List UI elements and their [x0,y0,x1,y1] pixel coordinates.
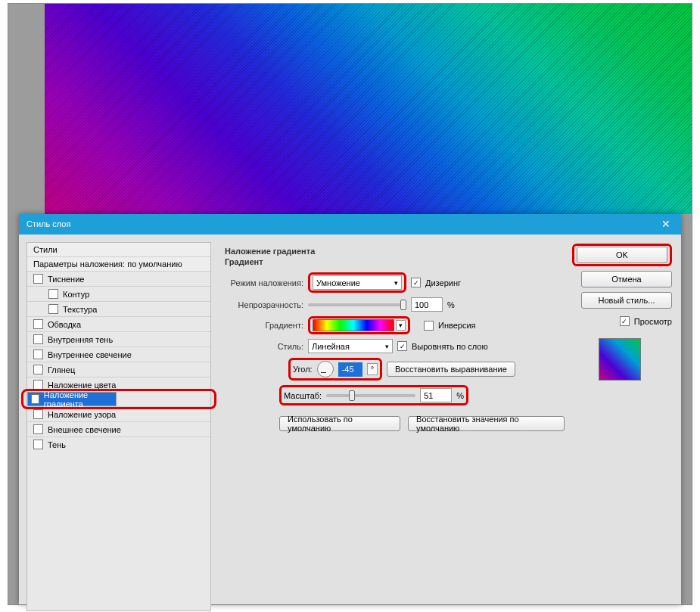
preview-checkbox[interactable]: ✓ [620,316,630,326]
style-item-pattern-overlay[interactable]: Наложение узора [27,406,210,421]
checkbox-icon[interactable]: ✓ [31,394,39,404]
checkbox-icon[interactable] [33,440,43,449]
style-item-satin[interactable]: Глянец [27,362,210,377]
section-subtitle: Градиент [225,257,565,266]
chevron-down-icon: ▾ [394,279,398,287]
align-label: Выровнять по слою [412,342,488,351]
checkbox-icon[interactable] [33,409,43,419]
close-icon[interactable]: ✕ [651,214,681,235]
dither-label: Дизеринг [425,278,461,287]
invert-checkbox[interactable] [424,321,434,331]
checkbox-icon[interactable] [48,304,58,314]
style-item-outer-glow[interactable]: Внешнее свечение [27,421,210,436]
blend-mode-select[interactable]: Умножение ▾ [313,275,402,290]
angle-input[interactable] [338,362,362,377]
checkbox-icon[interactable] [48,289,58,299]
style-item-texture[interactable]: Текстура [27,301,210,316]
angle-unit: ° [367,363,378,375]
checkbox-icon[interactable] [33,349,43,359]
style-label: Стиль: [220,342,303,351]
style-item-inner-shadow[interactable]: Внутренняя тень [27,331,210,346]
dialog-title: Стиль слоя [26,214,70,235]
scale-input[interactable] [420,388,452,402]
titlebar[interactable]: Стиль слоя ✕ [19,214,681,235]
gradient-picker[interactable] [313,319,394,331]
style-select[interactable]: Линейная ▾ [308,339,393,353]
styles-header[interactable]: Стили [27,243,210,256]
blend-mode-label: Режим наложения: [220,278,303,287]
opacity-input[interactable] [411,297,443,312]
checkbox-icon[interactable] [33,274,43,284]
style-item-inner-glow[interactable]: Внутреннее свечение [27,346,210,362]
preview-swatch [599,338,641,381]
scale-label: Масштаб: [284,391,322,400]
chevron-down-icon[interactable]: ▾ [396,320,406,331]
invert-label: Инверсия [438,321,476,330]
style-item-gradient-overlay[interactable]: ✓ Наложение градиента [27,392,117,406]
make-default-button[interactable]: Использовать по умолчанию [279,416,400,431]
opacity-label: Непрозрачность: [220,300,303,309]
angle-label: Угол: [293,365,313,374]
checkbox-icon[interactable] [33,424,43,434]
scale-slider[interactable] [326,394,415,397]
checkbox-icon[interactable] [33,365,43,374]
preview-label: Просмотр [634,317,672,326]
style-item-bevel[interactable]: Тиснение [27,271,210,286]
style-item-stroke[interactable]: Обводка [27,316,210,331]
checkbox-icon[interactable] [33,334,43,344]
styles-list: Стили Параметры наложения: по умолчанию … [26,242,211,611]
section-title: Наложение градиента [225,247,565,256]
angle-dial[interactable] [317,361,334,377]
align-checkbox[interactable]: ✓ [397,341,407,351]
chevron-down-icon: ▾ [385,343,389,350]
new-style-button[interactable]: Новый стиль... [581,292,672,309]
reset-default-button[interactable]: Восстановить значения по умолчанию [408,416,565,431]
checkbox-icon[interactable] [33,380,43,390]
canvas-preview [45,4,692,214]
blend-params-header[interactable]: Параметры наложения: по умолчанию [27,256,210,271]
gradient-label: Градиент: [220,321,303,330]
style-item-drop-shadow[interactable]: Тень [27,436,210,452]
checkbox-icon[interactable] [33,319,43,329]
opacity-slider[interactable] [308,303,406,306]
ok-button[interactable]: OK [577,247,667,263]
cancel-button[interactable]: Отмена [581,271,672,287]
dither-checkbox[interactable]: ✓ [411,278,421,287]
layer-style-dialog: Стиль слоя ✕ Стили Параметры наложения: … [19,214,681,604]
reset-alignment-button[interactable]: Восстановить выравнивание [387,362,515,377]
style-item-contour[interactable]: Контур [27,286,210,301]
